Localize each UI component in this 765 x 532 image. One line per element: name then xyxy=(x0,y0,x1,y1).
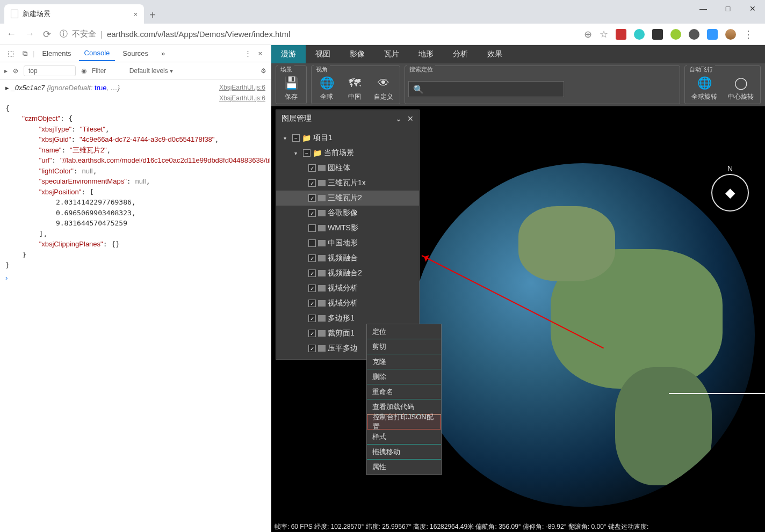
tree-scene[interactable]: ▾−📁当前场景 xyxy=(276,145,419,161)
close-panel-icon[interactable]: ✕ xyxy=(407,114,414,123)
filter-input[interactable] xyxy=(92,67,124,75)
tree-item[interactable]: ✓三维瓦片1x xyxy=(276,176,419,191)
context-menu-item[interactable]: 定位 xyxy=(367,324,441,339)
custom-button[interactable]: 👁自定义 xyxy=(371,67,396,103)
clear-console-icon[interactable]: ⊘ xyxy=(13,67,18,75)
ext-icon-2[interactable] xyxy=(634,29,645,40)
center-rotate-icon: ◯ xyxy=(732,75,749,91)
tree-item[interactable]: ✓谷歌影像 xyxy=(276,206,419,221)
context-selector[interactable]: top xyxy=(24,65,76,76)
context-menu-item[interactable]: 控制台打印JSON配置 xyxy=(367,414,441,429)
levels-selector[interactable]: Default levels ▾ xyxy=(129,67,173,75)
bookmark-icon[interactable]: ☆ xyxy=(600,28,608,40)
compass-widget[interactable]: ◆ xyxy=(711,174,749,212)
tab-elements[interactable]: Elements xyxy=(37,46,76,61)
tree-item[interactable]: ✓视域分析 xyxy=(276,281,419,296)
checkbox-icon[interactable]: ✓ xyxy=(308,330,316,337)
ext-icon-4[interactable] xyxy=(670,29,681,40)
checkbox-icon[interactable]: ✓ xyxy=(308,194,316,202)
menu-tab-3[interactable]: 瓦片 xyxy=(374,45,409,63)
checkbox-icon[interactable] xyxy=(308,224,316,232)
console-prompt[interactable]: › xyxy=(5,271,265,283)
settings-icon[interactable]: ⚙ xyxy=(261,67,266,75)
menu-tab-1[interactable]: 视图 xyxy=(306,45,340,63)
checkbox-icon[interactable] xyxy=(308,239,316,247)
ext-icon-6[interactable] xyxy=(707,29,718,40)
tree-item[interactable]: ✓圆柱体 xyxy=(276,161,419,176)
checkbox-icon[interactable]: ✓ xyxy=(308,164,316,172)
device-icon[interactable]: ⧉ xyxy=(19,49,31,58)
menu-tab-2[interactable]: 影像 xyxy=(340,45,374,63)
close-window-button[interactable]: ✕ xyxy=(740,0,765,17)
center-rotate-button[interactable]: ◯中心旋转 xyxy=(725,67,757,103)
browser-tab[interactable]: 新建场景 × xyxy=(4,4,144,24)
eye-icon: 👁 xyxy=(375,75,392,91)
close-tab-icon[interactable]: × xyxy=(133,10,138,18)
tree-item[interactable]: ✓三维瓦片2 xyxy=(276,191,419,206)
menu-tab-5[interactable]: 分析 xyxy=(443,45,478,63)
context-menu-item[interactable]: 重命名 xyxy=(367,384,441,399)
ext-icon-3[interactable] xyxy=(652,29,663,40)
ext-icon-5[interactable] xyxy=(689,29,699,40)
context-menu-item[interactable]: 剪切 xyxy=(367,339,441,354)
china-button[interactable]: 🗺中国 xyxy=(343,67,366,103)
url-input[interactable]: ⓘ 不安全 | earthsdk.com/v/last/Apps/Demos/V… xyxy=(60,29,575,39)
avatar-icon[interactable] xyxy=(725,29,736,40)
devtools-tabs: ⬚ ⧉ | Elements Console Sources » ⋮ × xyxy=(0,45,271,62)
tree-item[interactable]: ✓视频融合2 xyxy=(276,266,419,281)
ext-icon-1[interactable] xyxy=(616,29,626,40)
checkbox-icon[interactable]: ✓ xyxy=(308,300,316,307)
group-scene: 场景 💾保存 xyxy=(276,65,307,104)
menu-icon[interactable]: ⋮ xyxy=(744,28,753,40)
app-menu-tabs: 漫游视图影像瓦片地形分析效果 xyxy=(271,45,765,63)
tree-item[interactable]: ✓视域分析 xyxy=(276,296,419,311)
checkbox-icon[interactable]: ✓ xyxy=(308,179,316,187)
maximize-button[interactable]: □ xyxy=(716,0,740,17)
back-button[interactable]: ← xyxy=(6,28,16,40)
tree-item[interactable]: 中国地形 xyxy=(276,236,419,251)
devtools-menu-icon[interactable]: ⋮ xyxy=(244,49,251,57)
layer-icon xyxy=(318,225,326,231)
checkbox-icon[interactable]: ✓ xyxy=(308,315,316,322)
layer-icon xyxy=(318,315,326,322)
context-menu-item[interactable]: 样式 xyxy=(367,429,441,444)
checkbox-icon[interactable]: ✓ xyxy=(308,269,316,277)
devtools-close-icon[interactable]: × xyxy=(254,49,266,57)
tab-sources[interactable]: Sources xyxy=(117,46,154,61)
console-toolbar: ▸ ⊘ top ◉ Default levels ▾ ⚙ xyxy=(0,62,271,79)
checkbox-icon[interactable]: ✓ xyxy=(308,345,316,352)
forward-button[interactable]: → xyxy=(25,28,34,40)
menu-tab-0[interactable]: 漫游 xyxy=(271,45,306,63)
context-menu-item[interactable]: 删除 xyxy=(367,369,441,384)
reload-button[interactable]: ⟳ xyxy=(43,28,51,40)
search-icon: 🔍 xyxy=(413,84,424,94)
checkbox-icon[interactable]: ✓ xyxy=(308,285,316,292)
menu-tab-6[interactable]: 效果 xyxy=(478,45,512,63)
context-menu-item[interactable]: 属性 xyxy=(367,460,441,475)
source-link[interactable]: XbsjEarthUI.js:6 xyxy=(219,83,265,93)
menu-tab-4[interactable]: 地形 xyxy=(409,45,443,63)
tab-console[interactable]: Console xyxy=(79,46,116,61)
tab-more[interactable]: » xyxy=(156,46,170,61)
china-icon: 🗺 xyxy=(346,75,363,91)
new-tab-button[interactable]: + xyxy=(144,6,161,24)
context-menu-item[interactable]: 拖拽移动 xyxy=(367,444,441,460)
eye-icon[interactable]: ◉ xyxy=(81,67,86,75)
inspect-icon[interactable]: ⬚ xyxy=(4,49,17,57)
source-link-2[interactable]: XbsjEarthUI.js:6 xyxy=(219,93,265,103)
layer-icon xyxy=(318,255,326,261)
collapse-icon[interactable]: ⌄ xyxy=(395,114,402,123)
globe-rotate-icon: 🌐 xyxy=(696,75,713,91)
layer-icon xyxy=(318,210,326,216)
checkbox-icon[interactable]: ✓ xyxy=(308,209,316,217)
search-icon[interactable]: ⊕ xyxy=(584,28,592,40)
console-output: ▸ _0x5c1ac7 {ignoreDefualt: true, …} Xbs… xyxy=(0,79,271,532)
console-sidebar-icon[interactable]: ▸ xyxy=(4,67,8,75)
tree-root[interactable]: ▾−📁项目1 xyxy=(276,130,419,145)
search-input[interactable]: 🔍 xyxy=(408,81,564,97)
tree-item[interactable]: ✓视频融合 xyxy=(276,251,419,266)
checkbox-icon[interactable]: ✓ xyxy=(308,254,316,262)
tree-item[interactable]: WMTS影 xyxy=(276,221,419,236)
minimize-button[interactable]: ― xyxy=(691,0,716,17)
context-menu-item[interactable]: 克隆 xyxy=(367,354,441,369)
